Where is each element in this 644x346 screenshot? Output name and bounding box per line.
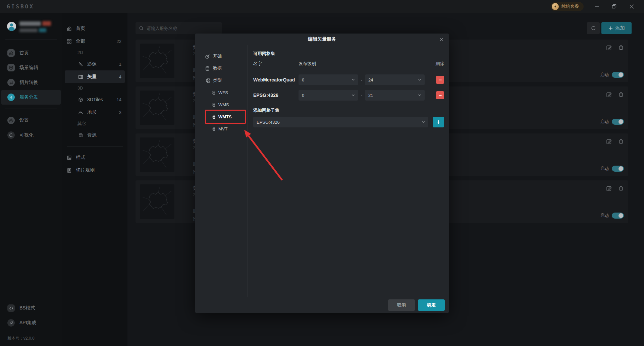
catalog-section-3d: 3D — [62, 83, 127, 93]
sidebar-item-service-distribution[interactable]: 服务分发 — [1, 90, 61, 105]
api-plug-icon — [7, 319, 15, 327]
renew-package-button[interactable]: 续约套餐 — [550, 2, 584, 11]
sidebar-item-bs-mode[interactable]: BS模式 — [1, 301, 61, 315]
tab-mvt[interactable]: MVT — [195, 123, 248, 135]
tab-wfs[interactable]: WFS — [195, 86, 248, 99]
user-profile[interactable] — [0, 13, 62, 40]
category-icon — [211, 115, 215, 119]
min-level-value: 0 — [302, 77, 304, 82]
catalog-item-label: 首页 — [76, 25, 85, 32]
sidebar-item-scene-edit[interactable]: 场景编辑 — [1, 60, 61, 75]
catalog-item-home[interactable]: 首页 — [65, 22, 125, 35]
start-label: 启动 — [600, 119, 609, 125]
category-icon — [211, 91, 215, 95]
start-toggle[interactable] — [612, 72, 624, 78]
tab-label: 类型 — [213, 77, 222, 83]
sidebar-item-label: 场景编辑 — [19, 65, 38, 71]
plus-icon — [608, 26, 613, 31]
resource-box-icon — [78, 133, 83, 138]
max-level-value: 21 — [368, 93, 373, 98]
count-badge: 4 — [119, 74, 121, 79]
max-level-value: 24 — [368, 77, 373, 82]
sidebar-item-tile-convert[interactable]: 切片转换 — [1, 75, 61, 90]
cube-icon — [7, 64, 15, 71]
cancel-button[interactable]: 取消 — [388, 299, 415, 311]
edit-icon[interactable] — [606, 45, 612, 51]
gridset-name: WebMercatorQuad — [253, 77, 299, 82]
sidebar-item-api-integration[interactable]: API集成 — [1, 315, 61, 330]
dialog-footer: 取消 确定 — [195, 297, 449, 313]
tab-wms[interactable]: WMS — [195, 99, 248, 111]
divider — [67, 146, 123, 147]
edit-icon[interactable] — [606, 138, 612, 145]
catalog-item-label: 影像 — [87, 61, 97, 67]
ok-button[interactable]: 确定 — [418, 299, 445, 311]
sidebar-item-settings[interactable]: 设置 — [1, 113, 61, 128]
restore-button[interactable] — [610, 2, 619, 11]
sidebar-item-label: 设置 — [19, 117, 29, 123]
catalog-item-tile-rules[interactable]: 切片规则 — [65, 164, 125, 177]
start-label: 启动 — [600, 213, 609, 219]
remove-gridset-button[interactable] — [436, 91, 444, 99]
catalog-item-resource[interactable]: 资源 — [65, 129, 125, 141]
catalog-item-label: 切片规则 — [76, 167, 95, 173]
min-level-select[interactable]: 0 — [299, 90, 358, 101]
trash-icon[interactable] — [618, 138, 624, 144]
tab-basic[interactable]: 基础 — [195, 50, 248, 62]
minus-icon — [438, 78, 442, 82]
plus-icon — [436, 120, 440, 124]
add-service-button[interactable]: 添加 — [601, 22, 632, 34]
trash-icon[interactable] — [618, 185, 624, 191]
titlebar: GISBOX 续约套餐 — [0, 0, 644, 13]
range-separator: - — [358, 93, 365, 98]
tab-wmts[interactable]: WMTS — [195, 111, 248, 123]
tab-label: WMTS — [218, 114, 232, 119]
database-icon — [205, 66, 210, 71]
start-toggle[interactable] — [612, 213, 624, 219]
sidebar-item-visualization[interactable]: 可视化 — [1, 128, 61, 142]
remove-gridset-button[interactable] — [436, 76, 444, 84]
close-dialog-icon[interactable] — [438, 36, 445, 43]
count-badge: 3 — [119, 110, 121, 115]
catalog-item-label: 3DTiles — [87, 97, 103, 102]
edit-vector-service-dialog: 编辑矢量服务 基础 数据 类型 — [195, 34, 449, 313]
sidebar-item-label: BS模式 — [19, 305, 35, 311]
catalog-item-label: 样式 — [76, 155, 85, 161]
start-toggle[interactable] — [612, 166, 624, 172]
refresh-button[interactable] — [587, 22, 600, 34]
wmts-settings-panel: 可用网格集 名字 发布级别 删除 WebMercatorQuad 0 - 24 — [248, 45, 449, 297]
catalog-item-all[interactable]: 全部 22 — [65, 35, 125, 48]
add-service-label: 添加 — [615, 25, 625, 31]
dialog-header: 编辑矢量服务 — [195, 34, 449, 45]
cube-icon — [78, 97, 83, 102]
catalog-item-terrain[interactable]: 地形 3 — [65, 106, 125, 119]
catalog-item-imagery[interactable]: 影像 1 — [65, 58, 125, 70]
sidebar-item-home[interactable]: 首页 — [1, 46, 61, 60]
tab-data[interactable]: 数据 — [195, 62, 248, 74]
catalog-item-label: 矢量 — [87, 74, 97, 80]
rules-doc-icon — [67, 168, 72, 173]
subgridset-select[interactable]: EPSG:4326 — [253, 117, 428, 127]
minus-icon — [438, 94, 442, 97]
catalog-item-label: 全部 — [76, 38, 85, 44]
tab-type[interactable]: 类型 — [195, 74, 248, 86]
max-level-select[interactable]: 21 — [365, 90, 425, 101]
catalog-item-vector[interactable]: 矢量 4 — [65, 70, 125, 83]
edit-icon[interactable] — [606, 92, 612, 98]
add-subgridset-button[interactable] — [433, 117, 444, 127]
edit-icon[interactable] — [606, 185, 612, 191]
start-toggle[interactable] — [612, 119, 624, 125]
avatar — [7, 22, 16, 31]
gridset-table-header: 名字 发布级别 删除 — [253, 61, 444, 67]
tab-label: 基础 — [213, 53, 222, 59]
trash-icon[interactable] — [618, 92, 624, 97]
catalog-item-3dtiles[interactable]: 3DTiles 14 — [65, 93, 125, 106]
catalog-item-style[interactable]: 样式 — [65, 151, 125, 164]
map-thumbnail — [140, 137, 174, 172]
max-level-select[interactable]: 24 — [365, 74, 425, 85]
minimize-button[interactable] — [592, 2, 601, 11]
close-window-icon[interactable] — [627, 2, 636, 11]
trash-icon[interactable] — [618, 45, 624, 50]
min-level-select[interactable]: 0 — [299, 74, 358, 85]
search-input[interactable] — [147, 26, 218, 31]
